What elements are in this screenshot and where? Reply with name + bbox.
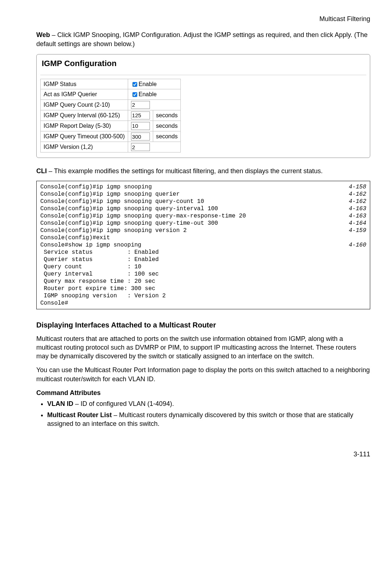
panel-title: IGMP Configuration: [42, 58, 366, 69]
console-line: Console#: [40, 300, 366, 307]
console-command: Console(config)#ip igmp snooping query-c…: [40, 198, 204, 205]
cli-lead: CLI: [36, 167, 47, 175]
web-paragraph: Web – Click IGMP Snooping, IGMP Configur…: [36, 30, 370, 48]
console-page-ref: 4-163: [342, 205, 366, 212]
console-command: Console#show ip igmp snooping: [40, 241, 141, 249]
config-label: IGMP Report Delay (5-30): [41, 121, 128, 131]
console-line: Service status : Enabled: [40, 249, 366, 256]
console-line: Router port expire time: 300 sec: [40, 285, 366, 292]
console-page-ref: 4-158: [342, 183, 366, 191]
console-command: Console(config)#ip igmp snooping version…: [40, 227, 187, 234]
console-command: Console(config)#exit: [40, 234, 110, 241]
command-attributes-list: VLAN ID – ID of configured VLAN (1-4094)…: [47, 399, 370, 428]
enable-checkbox[interactable]: [132, 92, 137, 97]
cli-paragraph: CLI – This example modifies the settings…: [36, 167, 370, 175]
cli-text: – This example modifies the settings for…: [47, 167, 323, 175]
config-value-cell: [128, 131, 153, 142]
console-page-ref: 4-162: [342, 191, 366, 198]
console-command: Querier status : Enabled: [40, 256, 159, 263]
page-header: Multicast Filtering: [36, 15, 370, 23]
console-command: Console(config)#ip igmp snooping query-t…: [40, 220, 218, 227]
console-page-ref: 4-163: [342, 212, 366, 220]
console-command: Console(config)#ip igmp snooping: [40, 183, 152, 191]
console-line: Console#show ip igmp snooping4-160: [40, 241, 366, 249]
cli-console: Console(config)#ip igmp snooping4-158Con…: [36, 181, 370, 309]
console-line: Console(config)#ip igmp snooping query-m…: [40, 212, 366, 220]
console-command: Console(config)#ip igmp snooping querier: [40, 191, 180, 198]
web-text: – Click IGMP Snooping, IGMP Configuratio…: [36, 31, 368, 47]
command-attribute-item: VLAN ID – ID of configured VLAN (1-4094)…: [47, 399, 370, 408]
console-command: Service status : Enabled: [40, 249, 159, 256]
console-command: Query count : 10: [40, 263, 141, 270]
config-row: IGMP Query Count (2-10): [41, 99, 181, 110]
config-input[interactable]: [131, 143, 150, 151]
config-row: IGMP Query Interval (60-125)seconds: [41, 110, 181, 121]
console-line: Console(config)#ip igmp snooping query-t…: [40, 220, 366, 227]
config-value-cell: Enable: [128, 79, 181, 89]
console-command: Router port expire time: 300 sec: [40, 285, 155, 292]
console-line: IGMP snooping version : Version 2: [40, 292, 366, 300]
config-row: Act as IGMP QuerierEnable: [41, 89, 181, 100]
console-command: Console(config)#ip igmp snooping query-m…: [40, 212, 246, 220]
config-unit: [153, 142, 181, 152]
console-line: Querier status : Enabled: [40, 256, 366, 263]
attribute-term: VLAN ID: [47, 400, 73, 407]
config-value-cell: [128, 99, 153, 110]
console-page-ref: 4-159: [342, 227, 366, 234]
config-label: IGMP Version (1,2): [41, 142, 128, 152]
config-label: IGMP Query Count (2-10): [41, 99, 128, 110]
console-line: Console(config)#ip igmp snooping version…: [40, 227, 366, 234]
config-unit: seconds: [153, 131, 181, 142]
console-command: Console(config)#ip igmp snooping query-i…: [40, 205, 218, 212]
console-command: Console#: [40, 300, 68, 307]
config-input[interactable]: [131, 133, 150, 141]
attribute-term: Multicast Router List: [47, 411, 112, 419]
divider: [40, 75, 366, 75]
config-row: IGMP StatusEnable: [41, 79, 181, 89]
config-value-cell: Enable: [128, 89, 181, 100]
console-command: Query interval : 100 sec: [40, 270, 159, 278]
config-row: IGMP Query Timeout (300-500)seconds: [41, 131, 181, 142]
web-lead: Web: [36, 31, 50, 38]
attribute-desc: – ID of configured VLAN (1-4094).: [73, 400, 174, 407]
config-label: IGMP Status: [41, 79, 128, 89]
config-value-cell: [128, 121, 153, 131]
console-command: IGMP snooping version : Version 2: [40, 292, 166, 300]
console-line: Console(config)#ip igmp snooping4-158: [40, 183, 366, 191]
config-row: IGMP Version (1,2): [41, 142, 181, 152]
page-number: 3-111: [36, 450, 370, 459]
section-paragraph-2: You can use the Multicast Router Port In…: [36, 366, 370, 383]
config-input[interactable]: [131, 101, 150, 109]
config-label: IGMP Query Interval (60-125): [41, 110, 128, 121]
config-unit: seconds: [153, 110, 181, 121]
config-value-cell: [128, 110, 153, 121]
config-label: IGMP Query Timeout (300-500): [41, 131, 128, 142]
command-attribute-item: Multicast Router List – Multicast router…: [47, 411, 370, 428]
igmp-config-panel: IGMP Configuration IGMP StatusEnableAct …: [36, 54, 370, 158]
console-page-ref: 4-160: [342, 241, 366, 249]
config-label: Act as IGMP Querier: [41, 89, 128, 100]
config-row: IGMP Report Delay (5-30)seconds: [41, 121, 181, 131]
config-input[interactable]: [131, 122, 150, 130]
console-page-ref: 4-164: [342, 220, 366, 227]
console-page-ref: 4-162: [342, 198, 366, 205]
checkbox-label: Enable: [139, 81, 157, 87]
config-unit: [153, 99, 181, 110]
enable-checkbox[interactable]: [132, 82, 137, 87]
console-line: Console(config)#ip igmp snooping querier…: [40, 191, 366, 198]
config-unit: seconds: [153, 121, 181, 131]
config-table: IGMP StatusEnableAct as IGMP QuerierEnab…: [40, 79, 181, 153]
console-line: Console(config)#ip igmp snooping query-c…: [40, 198, 366, 205]
console-line: Query interval : 100 sec: [40, 270, 366, 278]
checkbox-label: Enable: [139, 91, 157, 97]
console-line: Console(config)#exit: [40, 234, 366, 241]
console-line: Query max response time : 20 sec: [40, 278, 366, 285]
section-paragraph-1: Multicast routers that are attached to p…: [36, 334, 370, 361]
console-line: Query count : 10: [40, 263, 366, 270]
console-line: Console(config)#ip igmp snooping query-i…: [40, 205, 366, 212]
config-value-cell: [128, 142, 153, 152]
section-heading: Displaying Interfaces Attached to a Mult…: [36, 320, 370, 330]
config-input[interactable]: [131, 111, 150, 119]
console-command: Query max response time : 20 sec: [40, 278, 155, 285]
command-attributes-heading: Command Attributes: [36, 388, 370, 397]
